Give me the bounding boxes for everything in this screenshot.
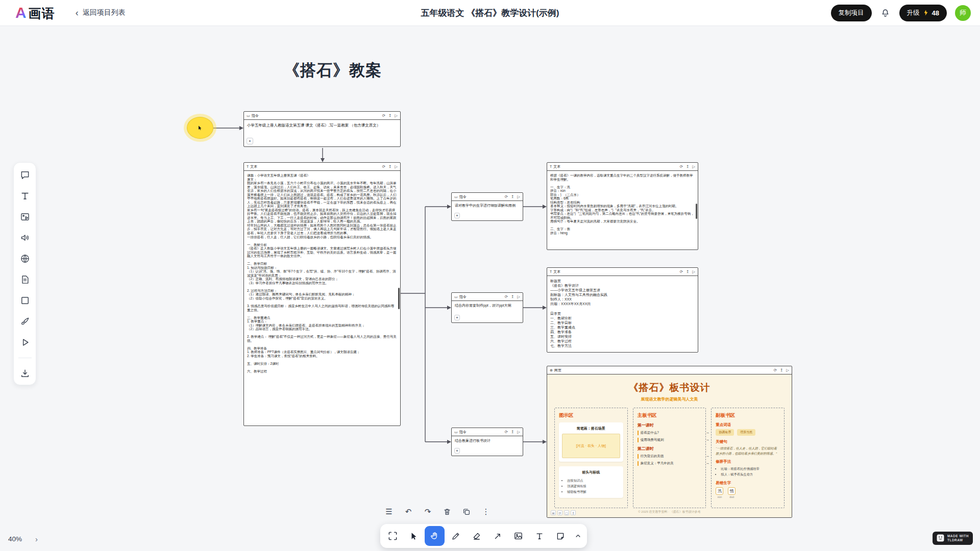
frame-icon[interactable]: ▢ bbox=[564, 510, 569, 515]
regenerate-icon[interactable]: ⟳ bbox=[680, 165, 683, 169]
arrows-bullet-list: 连接知识点 强调逻辑衔接 辅助板书理解 bbox=[562, 478, 620, 494]
export-icon[interactable]: ↥ bbox=[511, 430, 514, 434]
play-tool-icon[interactable] bbox=[19, 337, 31, 348]
connector-arrows bbox=[0, 0, 980, 551]
image-tool[interactable] bbox=[508, 526, 528, 546]
run-icon[interactable]: ▷ bbox=[517, 295, 520, 299]
run-icon[interactable]: ▷ bbox=[517, 430, 520, 434]
comment-tool-icon[interactable] bbox=[19, 169, 31, 181]
web-card-board-design[interactable]: ⊕ 网页 ⟳ ↥ ▷ 《搭石》板书设计 展现语文教学的逻辑美与人文美 图示区 简… bbox=[547, 366, 792, 518]
bullet-item: 连接知识点 bbox=[567, 478, 620, 483]
document-tool-icon[interactable] bbox=[19, 274, 31, 285]
board-footer-text: © 2025 语文教学资料 · 《搭石》板书设计参考 bbox=[547, 510, 792, 514]
card-header: T 文本 ⟳ ↥ ▷ bbox=[547, 163, 698, 171]
arrow-tool[interactable] bbox=[487, 526, 507, 546]
ai-model-button[interactable]: ✦ bbox=[454, 315, 460, 320]
grid-view-icon[interactable]: ⊞ bbox=[551, 510, 556, 515]
scrollbar-thumb[interactable] bbox=[398, 288, 400, 309]
frame-tool[interactable] bbox=[383, 526, 403, 546]
card-header: T 文本 ⟳ ↥ ▷ bbox=[547, 268, 698, 276]
reload-icon[interactable]: ⟳ bbox=[557, 510, 562, 515]
menu-icon[interactable]: ☰ bbox=[384, 507, 394, 517]
text-tool-icon[interactable] bbox=[19, 190, 31, 202]
made-with-tldraw-badge[interactable]: MADE WITH TLDRAW bbox=[933, 532, 973, 545]
ai-model-button[interactable]: ✦ bbox=[454, 448, 460, 454]
canvas-title-text[interactable]: 《搭石》教案 bbox=[284, 60, 382, 81]
web-tool-icon[interactable] bbox=[19, 253, 31, 264]
user-avatar[interactable]: 师 bbox=[955, 5, 971, 21]
prompt-card-1[interactable]: ▭ 指令 ⟳ ↥ ▷ 小学五年级上册人教版语文第五课 课文《搭石》,写一篇教案 … bbox=[243, 111, 401, 147]
badge-line1: MADE WITH bbox=[947, 534, 969, 538]
hand-tool-selected[interactable] bbox=[425, 526, 445, 546]
ai-model-button[interactable]: ✦ bbox=[247, 138, 253, 144]
export-icon[interactable]: ↥ bbox=[511, 195, 514, 199]
eraser-tool[interactable] bbox=[467, 526, 486, 546]
zoom-control[interactable]: 40% › bbox=[8, 535, 38, 543]
back-to-projects-link[interactable]: ‹ 返回项目列表 bbox=[76, 8, 126, 18]
bullet-item: 比喻：将搭石比作情感纽带 bbox=[721, 466, 780, 471]
highlighted-ellipse-shape[interactable] bbox=[187, 117, 213, 139]
run-icon[interactable]: ▷ bbox=[692, 165, 695, 169]
expand-chevron-icon[interactable]: › bbox=[35, 535, 38, 543]
download-icon[interactable] bbox=[19, 368, 31, 379]
copy-project-button[interactable]: 复制项目 bbox=[831, 5, 872, 21]
prompt-card-3[interactable]: ▭ 指令 ⟳ ↥ ▷ 结合内容需要制作ppt，设计ppt大纲 ✦ bbox=[451, 292, 523, 323]
export-icon[interactable]: ↥ bbox=[511, 295, 514, 299]
board-item: 象征意义：平凡中的美→ bbox=[638, 461, 702, 466]
character-box: 汛 xùn bbox=[716, 487, 723, 498]
audio-tool-icon[interactable] bbox=[19, 232, 31, 243]
card-type-label: 文本 bbox=[553, 164, 560, 169]
zoom-level[interactable]: 40% bbox=[8, 535, 22, 543]
more-tools-chevron[interactable] bbox=[571, 526, 584, 546]
notification-bell-icon[interactable] bbox=[880, 7, 891, 18]
select-tool[interactable] bbox=[404, 526, 424, 546]
prompt-card-4[interactable]: ▭ 指令 ⟳ ↥ ▷ 结合教案进行板书设计 ✦ bbox=[451, 428, 523, 456]
regenerate-icon[interactable]: ⟳ bbox=[680, 270, 683, 274]
text-card-ppt-outline[interactable]: T 文本 ⟳ ↥ ▷ 标题页 《搭石》教学设计 ——小学语文五年级上册第五课 副… bbox=[547, 267, 698, 353]
run-icon[interactable]: ▷ bbox=[692, 270, 695, 274]
regenerate-icon[interactable]: ⟳ bbox=[505, 295, 508, 299]
duplicate-icon[interactable] bbox=[461, 507, 472, 517]
scrollbar-thumb[interactable] bbox=[696, 204, 697, 219]
upgrade-button[interactable]: 升级 48 bbox=[899, 5, 947, 21]
more-options-icon[interactable]: ⋮ bbox=[481, 507, 491, 517]
regenerate-icon[interactable]: ⟳ bbox=[505, 430, 508, 434]
regenerate-icon[interactable]: ⟳ bbox=[382, 114, 385, 118]
undo-icon[interactable]: ↶ bbox=[403, 507, 413, 517]
prompt-icon: ▭ bbox=[247, 114, 250, 118]
app-logo[interactable]: A 画语 bbox=[15, 4, 55, 22]
regenerate-icon[interactable]: ⟳ bbox=[505, 195, 508, 199]
text-card-characters[interactable]: T 文本 ⟳ ↥ ▷ 根据《搭石》一课的教学内容，选取课文重点生字中的三个典型汉… bbox=[547, 162, 698, 250]
trash-icon[interactable] bbox=[442, 507, 452, 517]
text-icon: T bbox=[550, 270, 552, 273]
regenerate-icon[interactable]: ⟳ bbox=[774, 368, 777, 372]
export-icon[interactable]: ↥ bbox=[388, 114, 391, 118]
export-icon[interactable]: ↥ bbox=[686, 165, 689, 169]
media-tool-icon[interactable] bbox=[19, 211, 31, 222]
open-external-icon[interactable]: ↥ bbox=[571, 510, 576, 515]
shape-tool-icon[interactable] bbox=[19, 295, 31, 306]
brush-tool-icon[interactable] bbox=[19, 316, 31, 327]
regenerate-icon[interactable]: ⟳ bbox=[382, 165, 385, 169]
run-icon[interactable]: ▷ bbox=[395, 165, 398, 169]
bullet-item: 辅助板书理解 bbox=[567, 489, 620, 494]
text-tool[interactable] bbox=[529, 526, 549, 546]
bullet-item: 拟人：赋予石头生命力 bbox=[721, 471, 780, 477]
run-icon[interactable]: ▷ bbox=[786, 368, 789, 372]
draw-tool[interactable] bbox=[446, 526, 465, 546]
text-card-lesson-plan[interactable]: T 文本 ⟳ ↥ ▷ 课题：小学语文五年级上册第五课《搭石》 原文： 我的家乡有… bbox=[243, 162, 401, 426]
export-icon[interactable]: ↥ bbox=[686, 270, 689, 274]
note-tool[interactable] bbox=[550, 526, 570, 546]
run-icon[interactable]: ▷ bbox=[395, 114, 398, 118]
run-icon[interactable]: ▷ bbox=[517, 195, 520, 199]
export-icon[interactable]: ↥ bbox=[780, 368, 783, 372]
prompt-icon: ▭ bbox=[454, 195, 458, 199]
ai-model-button[interactable]: ✦ bbox=[454, 213, 460, 218]
prompt-card-2[interactable]: ▭ 指令 ⟳ ↥ ▷ 请对教学中的生字进行细致讲解和用例 ✦ bbox=[451, 192, 523, 221]
card-type-label: 文本 bbox=[553, 269, 560, 274]
prompt-text: 结合内容需要制作ppt，设计ppt大纲 bbox=[452, 301, 523, 322]
top-bar: A 画语 ‹ 返回项目列表 五年级语文 《搭石》教学设计(示例) 复制项目 升级… bbox=[0, 0, 980, 26]
export-icon[interactable]: ↥ bbox=[388, 165, 391, 169]
copy-project-label: 复制项目 bbox=[839, 9, 864, 17]
redo-icon[interactable]: ↷ bbox=[423, 507, 433, 517]
